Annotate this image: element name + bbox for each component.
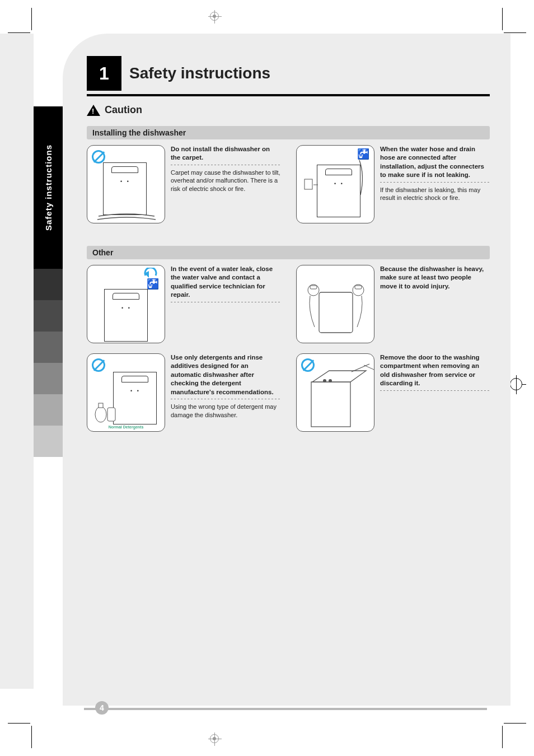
carpet-lines (87, 146, 165, 223)
band-installing: Installing the dishwasher (87, 126, 490, 139)
footer-rule (84, 708, 487, 711)
caption-head: In the event of a water leak, close the … (171, 265, 280, 300)
hose-lines (297, 146, 374, 223)
bottles-illustration (91, 390, 124, 423)
tab-6 (34, 394, 63, 426)
svg-rect-11 (311, 382, 350, 427)
fig-install-hoses: 🚰 (296, 145, 374, 223)
svg-point-12 (323, 379, 326, 382)
page-bleed-strip (0, 34, 34, 689)
caption-head: Use only detergents and rinse additives … (171, 353, 280, 397)
fig-other-two-people (296, 265, 374, 343)
svg-rect-3 (319, 292, 353, 333)
tab-safety: Safety instructions (34, 106, 63, 269)
svg-rect-7 (355, 286, 362, 289)
side-tabs: Safety instructions (34, 106, 63, 457)
tap-icon: 🚰 (147, 278, 159, 290)
svg-rect-5 (310, 286, 317, 289)
section-number-box: 1 (87, 56, 121, 91)
tab-3 (34, 300, 63, 332)
tab-5 (34, 363, 63, 394)
fig-other-detergent: Normal Detergents (87, 353, 165, 432)
fig-install-no-carpet (87, 145, 165, 223)
page-number: 4 (95, 701, 109, 715)
caution-label: Caution (87, 104, 142, 116)
caption-divider (171, 399, 280, 399)
caption-head: Do not install the dishwasher on the car… (171, 145, 280, 162)
svg-point-13 (329, 379, 332, 382)
caption-divider (171, 165, 280, 165)
caption-body: Carpet may cause the dishwasher to tilt,… (171, 169, 280, 194)
caption-head: Because the dishwasher is heavy, make su… (380, 265, 490, 291)
caption-body: If the dishwasher is leaking, this may r… (380, 186, 490, 203)
svg-rect-9 (99, 403, 103, 408)
prohibit-icon (92, 358, 105, 372)
print-registration-top (208, 10, 222, 24)
print-registration-bottom (208, 732, 222, 746)
page-title-row: 1 Safety instructions (87, 56, 490, 96)
prohibit-icon (301, 358, 315, 372)
caption-head: When the water hose and drain hose are c… (380, 145, 490, 180)
caution-icon (87, 105, 100, 116)
svg-rect-0 (305, 179, 312, 189)
fig-other-leak: 🚰 (87, 265, 165, 343)
caption-head: Remove the door to the washing compartme… (380, 353, 490, 388)
caution-text: Caution (105, 104, 142, 116)
tab-4 (34, 332, 63, 363)
washer-illustration (104, 289, 148, 342)
detergent-label: Normal Detergents (87, 425, 165, 429)
tab-7 (34, 426, 63, 457)
two-movers-illustration (297, 265, 374, 343)
tab-2 (34, 269, 63, 300)
svg-point-8 (95, 407, 106, 422)
caption-body: Using the wrong type of detergent may da… (171, 403, 280, 419)
fig-other-remove-door (296, 353, 374, 432)
page-title: Safety instructions (129, 64, 270, 82)
svg-rect-10 (107, 408, 115, 421)
caption-divider (171, 302, 280, 302)
caption-divider (380, 390, 490, 391)
caption-divider (380, 182, 490, 183)
band-other: Other (87, 246, 490, 259)
